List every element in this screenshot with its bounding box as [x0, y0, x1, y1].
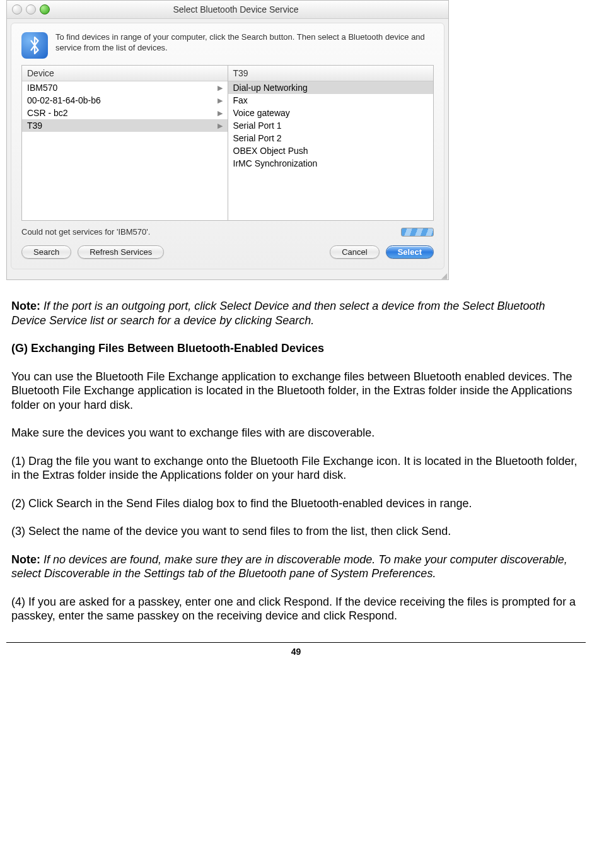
service-name: OBEX Object Push — [233, 146, 308, 156]
device-list-item[interactable]: 00-02-81-64-0b-b6▶ — [22, 94, 228, 107]
service-name: Voice gateway — [233, 108, 290, 118]
zoom-window-icon[interactable] — [40, 4, 50, 15]
dialog-body: To find devices in range of your compute… — [11, 23, 444, 269]
chevron-right-icon: ▶ — [218, 97, 223, 105]
status-text: Could not get services for 'IBM570'. — [21, 227, 150, 237]
dialog-instruction: To find devices in range of your compute… — [55, 32, 434, 54]
bluetooth-dialog-screenshot: Select Bluetooth Device Service To find … — [6, 0, 449, 280]
close-window-icon[interactable] — [12, 4, 22, 15]
note-label: Note: — [11, 553, 40, 566]
note-paragraph: Note: If no devices are found, make sure… — [11, 553, 581, 581]
service-list: T39 Dial-up NetworkingFaxVoice gatewaySe… — [228, 65, 434, 221]
service-name: Dial-up Networking — [233, 83, 308, 93]
window-controls — [7, 4, 55, 15]
service-list-item[interactable]: Dial-up Networking — [228, 81, 434, 94]
device-list-item[interactable]: T39▶ — [22, 119, 228, 132]
chevron-right-icon: ▶ — [218, 84, 223, 92]
note-text: If no devices are found, make sure they … — [11, 553, 567, 580]
service-list-item[interactable]: Voice gateway — [228, 107, 434, 119]
page-number: 49 — [6, 642, 586, 669]
device-list-item[interactable]: IBM570▶ — [22, 81, 228, 94]
step-paragraph: (3) Select the name of the device you wa… — [11, 524, 581, 539]
paragraph: You can use the Bluetooth File Exchange … — [11, 370, 581, 413]
device-name: T39 — [27, 120, 42, 131]
device-list: Device IBM570▶00-02-81-64-0b-b6▶CSR - bc… — [21, 65, 228, 221]
minimize-window-icon[interactable] — [26, 4, 36, 15]
section-heading: (G) Exchanging Files Between Bluetooth-E… — [11, 341, 581, 356]
service-list-item[interactable]: OBEX Object Push — [228, 144, 434, 157]
search-button[interactable]: Search — [21, 245, 71, 259]
note-label: Note: — [11, 300, 40, 312]
window-title: Select Bluetooth Device Service — [55, 4, 448, 15]
device-column-header: Device — [22, 66, 228, 81]
step-paragraph: (2) Click Search in the Send Files dialo… — [11, 496, 581, 511]
progress-indicator — [401, 228, 434, 237]
step-paragraph: (4) If you are asked for a passkey, ente… — [11, 595, 581, 623]
service-name: IrMC Synchronization — [233, 158, 318, 168]
document-body: Note: If the port is an outgoing port, c… — [6, 299, 586, 623]
device-list-item[interactable]: CSR - bc2▶ — [22, 107, 228, 119]
service-name: Fax — [233, 95, 248, 105]
cancel-button[interactable]: Cancel — [330, 245, 379, 259]
resize-grip-icon[interactable]: ◢ — [7, 273, 448, 279]
service-list-item[interactable]: Fax — [228, 94, 434, 107]
chevron-right-icon: ▶ — [218, 122, 223, 130]
service-list-item[interactable]: Serial Port 1 — [228, 119, 434, 132]
service-name: Serial Port 1 — [233, 120, 282, 131]
chevron-right-icon: ▶ — [218, 109, 223, 117]
service-name: Serial Port 2 — [233, 133, 282, 143]
paragraph: Make sure the devices you want to exchan… — [11, 426, 581, 440]
step-paragraph: (1) Drag the file you want to exchange o… — [11, 454, 581, 483]
device-name: 00-02-81-64-0b-b6 — [27, 95, 101, 105]
service-list-item[interactable]: Serial Port 2 — [228, 132, 434, 144]
device-name: CSR - bc2 — [27, 108, 68, 118]
note-text: If the port is an outgoing port, click S… — [11, 300, 545, 327]
service-column-header: T39 — [228, 66, 434, 81]
device-name: IBM570 — [27, 83, 57, 93]
bluetooth-icon — [21, 32, 48, 59]
note-paragraph: Note: If the port is an outgoing port, c… — [11, 299, 581, 327]
refresh-services-button[interactable]: Refresh Services — [78, 245, 164, 259]
service-list-item[interactable]: IrMC Synchronization — [228, 157, 434, 170]
window-titlebar: Select Bluetooth Device Service — [7, 1, 448, 19]
select-button[interactable]: Select — [386, 245, 434, 259]
